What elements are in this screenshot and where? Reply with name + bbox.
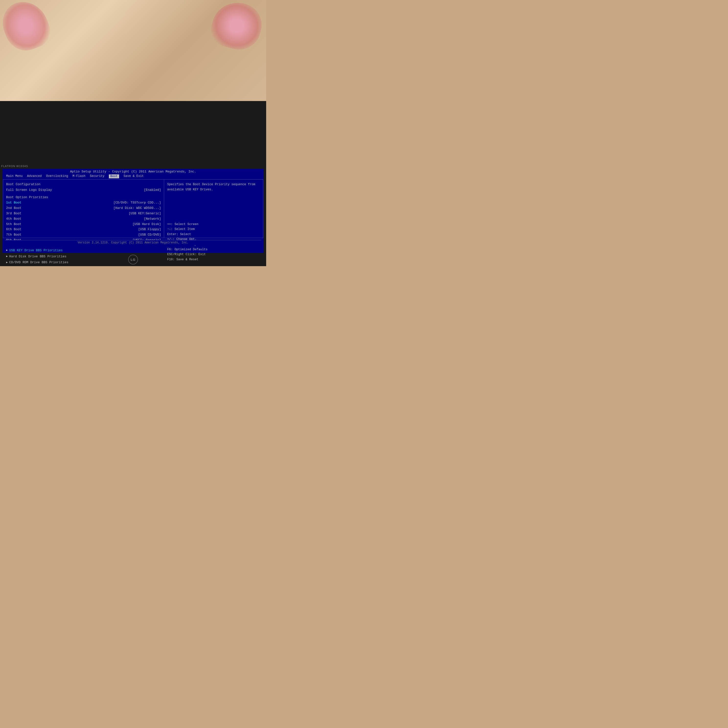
wallpaper-background xyxy=(0,0,266,112)
lg-text: LG xyxy=(131,258,136,262)
monitor-bezel: FLATRON W1934S Aptio Setup Utility - Cop… xyxy=(0,101,266,266)
bios-help-description: Specifies the Boot Device Priority seque… xyxy=(167,182,260,193)
bios-content-wrapper: Boot Configuration Full Screen Logo Disp… xyxy=(2,179,264,251)
bios-left-panel: Boot Configuration Full Screen Logo Disp… xyxy=(3,180,164,238)
usb-key-bbs-priorities[interactable]: ► USB KEY Drive BBS Priorities xyxy=(6,248,161,253)
bios-right-panel: Specifies the Boot Device Priority seque… xyxy=(164,180,263,238)
menu-save-exit[interactable]: Save & Exit xyxy=(124,174,144,178)
monitor-label: FLATRON W1934S xyxy=(1,165,28,168)
menu-main-menu[interactable]: Main Menu xyxy=(6,174,23,178)
boot-3-label: 3rd Boot xyxy=(6,211,40,216)
cddvd-bbs-label: CD/DVD ROM Drive BBS Priorities xyxy=(9,260,69,265)
boot-7-value: [USB CD/DVD] xyxy=(138,232,161,237)
menu-advanced[interactable]: Advanced xyxy=(27,174,42,178)
menu-overclocking[interactable]: Overclocking xyxy=(46,174,68,178)
arrow-icon-2: ► xyxy=(6,254,8,259)
bios-version-bar: Version 2.14.1219. Copyright (C) 2011 Am… xyxy=(5,240,261,245)
key-help-select-screen: ++: Select Screen xyxy=(167,222,260,227)
bios-title: Aptio Setup Utility - Copyright (C) 2011… xyxy=(70,170,196,173)
bios-title-bar: Aptio Setup Utility - Copyright (C) 2011… xyxy=(2,169,264,174)
bios-version-text: Version 2.14.1219. Copyright (C) 2011 Am… xyxy=(78,241,189,245)
hard-disk-bbs-label: Hard Disk Drive BBS Priorities xyxy=(9,254,67,259)
boot-4-value: [Network] xyxy=(144,217,161,222)
bios-screen: Aptio Setup Utility - Copyright (C) 2011… xyxy=(2,169,264,253)
boot-4-label: 4th Boot xyxy=(6,217,40,222)
monitor-logo-area: LG xyxy=(128,255,138,265)
boot-2-label: 2nd Boot xyxy=(6,206,40,211)
key-help-f6: F6: Optimized Defaults xyxy=(167,247,260,252)
separator3 xyxy=(6,245,161,247)
boot-option-2[interactable]: 2nd Boot [Hard Disk: WDC WD500...] xyxy=(6,206,161,211)
key-help-f10: F10: Save & Reset xyxy=(167,257,260,262)
boot-option-7[interactable]: 7th Boot [USB CD/DVD] xyxy=(6,232,161,237)
usb-key-bbs-label: USB KEY Drive BBS Priorities xyxy=(9,248,63,253)
full-screen-logo-value: [Enabled] xyxy=(144,188,161,193)
full-screen-logo-label: Full Screen Logo Display xyxy=(6,188,52,193)
separator1 xyxy=(6,193,161,195)
boot-1-label: 1st Boot xyxy=(6,200,40,205)
key-help-esc: ESC/Right Click: Exit xyxy=(167,252,260,257)
boot-7-label: 7th Boot xyxy=(6,232,40,237)
boot-option-4[interactable]: 4th Boot [Network] xyxy=(6,217,161,222)
boot-6-label: 6th Boot xyxy=(6,227,40,232)
boot-config-title: Boot Configuration xyxy=(6,182,161,187)
menu-security[interactable]: Security xyxy=(90,174,104,178)
boot-1-value: [CD/DVD: TSSTcorp CDD...] xyxy=(113,200,161,205)
boot-6-value: [USB Floppy] xyxy=(138,227,161,232)
boot-option-5[interactable]: 5th Boot [USB Hard Disk] xyxy=(6,222,161,227)
boot-5-value: [USB Hard Disk] xyxy=(132,222,161,227)
boot-option-6[interactable]: 6th Boot [USB Floppy] xyxy=(6,227,161,232)
full-screen-logo-row[interactable]: Full Screen Logo Display [Enabled] xyxy=(6,188,161,193)
lg-logo: LG xyxy=(128,255,138,265)
key-help-select-item: ↑↓: Select Item xyxy=(167,227,260,232)
boot-3-value: [USB KEY:Generic] xyxy=(128,211,161,216)
menu-boot[interactable]: Boot xyxy=(109,174,119,178)
boot-2-value: [Hard Disk: WDC WD500...] xyxy=(113,206,161,211)
boot-priorities-title: Boot Option Priorities xyxy=(6,195,161,200)
arrow-icon-1: ► xyxy=(6,248,8,253)
key-help-enter: Enter: Select xyxy=(167,232,260,237)
arrow-icon-3: ► xyxy=(6,260,8,265)
boot-option-1[interactable]: 1st Boot [CD/DVD: TSSTcorp CDD...] xyxy=(6,200,161,205)
boot-option-3[interactable]: 3rd Boot [USB KEY:Generic] xyxy=(6,211,161,216)
boot-5-label: 5th Boot xyxy=(6,222,40,227)
bios-content: Boot Configuration Full Screen Logo Disp… xyxy=(3,179,263,238)
bios-menu-bar: Main Menu Advanced Overclocking M-Flash … xyxy=(2,174,264,179)
menu-m-flash[interactable]: M-Flash xyxy=(73,174,86,178)
